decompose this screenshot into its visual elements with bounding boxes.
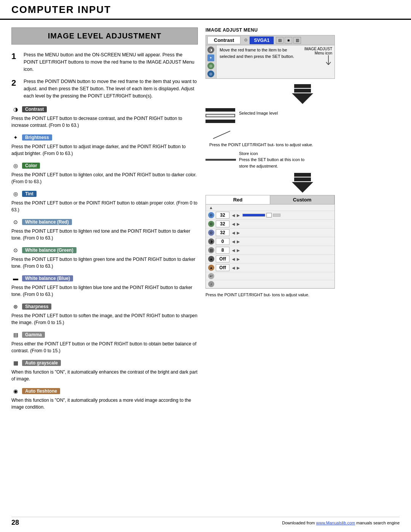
wb-red-icon: ⊙ xyxy=(11,218,20,226)
feature-tint: ◎ Tint Press the POINT LEFT button or th… xyxy=(11,190,198,213)
color-desc: Press the POINT LEFT button to lighten c… xyxy=(11,171,198,185)
level-bar-selected xyxy=(206,114,235,117)
menu-header-row: Contrast ⚙ SVGA1 ▤ ■ ▥ xyxy=(206,35,335,45)
arrow-bar-4 xyxy=(294,177,311,181)
bm-row-8: ↩ xyxy=(206,272,335,280)
menu-icon-arrow xyxy=(325,55,332,67)
menu-body: ◑ ✦ ◎ ◎ Move the red frame to the item t… xyxy=(206,45,335,78)
brightness-icon: ✦ xyxy=(11,133,20,142)
feature-contrast-label: ◑ Contrast xyxy=(11,105,198,113)
adjust-note-text: Press the POINT LEFT/RIGHT but- tons to … xyxy=(209,142,400,148)
menu-icon-3: ▥ xyxy=(293,37,301,44)
wb-red-desc: Press the POINT LEFT button to lighten r… xyxy=(11,228,198,241)
menu-contrast-cell: Contrast xyxy=(207,36,241,44)
menu-icon-2: ■ xyxy=(285,37,292,44)
feature-tint-label: ◎ Tint xyxy=(11,190,198,198)
bm-icon-1: ⊙ xyxy=(208,212,214,218)
menu-svga-cell: SVGA1 xyxy=(250,37,274,44)
bm-row-0: ▲ xyxy=(206,204,335,211)
page-number: 28 xyxy=(11,519,19,527)
arrow-triangle-1 xyxy=(292,93,313,104)
auto-fleshtone-desc: When this function is "ON", it automatic… xyxy=(11,397,198,411)
sharpness-icon: ⊛ xyxy=(11,302,20,311)
sharpness-badge: Sharpness xyxy=(22,304,51,310)
main-content: IMAGE LEVEL ADJUSTMENT 1 Press the MENU … xyxy=(0,24,411,419)
footer-link[interactable]: www.Manualslib.com xyxy=(316,521,355,525)
wb-green-desc: Press the POINT LEFT button to lighten g… xyxy=(11,256,198,270)
feature-wb-blue: ▬ White balance (Blue) Press the POINT L… xyxy=(11,274,198,298)
feature-wb-red-label: ⊙ White balance (Red) xyxy=(11,218,198,226)
feature-auto-grayscale-label: ▦ Auto grayscale xyxy=(11,359,198,367)
wb-blue-badge: White balance (Blue) xyxy=(22,275,73,281)
menu-icon-1: ▤ xyxy=(276,37,284,44)
step-1-text: Press the MENU button and the ON-SCREEN … xyxy=(24,51,198,73)
bm-arrow-4: ◄► xyxy=(231,239,241,244)
bottom-menu-red: Red xyxy=(206,195,270,204)
bm-icon-9: ♪ xyxy=(208,281,214,287)
gamma-icon: ▤ xyxy=(11,331,20,339)
feature-wb-red: ⊙ White balance (Red) Press the POINT LE… xyxy=(11,218,198,241)
bm-value-5: 8 xyxy=(216,247,229,254)
arrow-bar-1 xyxy=(294,84,311,88)
wb-blue-desc: Press the POINT LEFT button to lighten b… xyxy=(11,284,198,298)
bm-arrow-3: ◄► xyxy=(231,230,241,236)
bm-slider-end xyxy=(273,214,280,217)
bm-arrow-2: ◄► xyxy=(231,221,241,227)
feature-wb-blue-label: ▬ White balance (Blue) xyxy=(11,274,198,283)
bm-arrow-1: ◄► xyxy=(231,212,241,218)
sidebar-icon-4: ◎ xyxy=(207,70,214,77)
tint-badge: Tint xyxy=(22,191,37,197)
bm-icon-4: ◑ xyxy=(208,238,214,244)
menu-move-text: Move the red frame to the item to be sel… xyxy=(220,47,301,59)
bm-row-6: ▲ Off ◄► xyxy=(206,255,335,264)
bottom-menu-rows: ▲ ⊙ 32 ◄► ⊙ 32 ◄► xyxy=(206,204,335,288)
wb-green-badge: White balance (Green) xyxy=(22,247,76,253)
arrow-down-2 xyxy=(292,173,313,193)
feature-gamma: ▤ Gamma Press either the POINT LEFT butt… xyxy=(11,331,198,354)
feature-sharpness-label: ⊛ Sharpness xyxy=(11,302,198,311)
menu-icon-group: ▤ ■ ▥ xyxy=(276,37,301,44)
level-bar-1 xyxy=(206,108,235,112)
left-column: IMAGE LEVEL ADJUSTMENT 1 Press the MENU … xyxy=(11,27,198,415)
wb-red-badge: White balance (Red) xyxy=(22,219,72,225)
bm-row-2: ⊙ 32 ◄► xyxy=(206,220,335,228)
footer-suffix: manuals search engine xyxy=(355,521,400,525)
brightness-desc: Press the POINT LEFT button to adjust im… xyxy=(11,143,198,157)
auto-fleshtone-icon: ◉ xyxy=(11,387,20,395)
sidebar-icon-2: ✦ xyxy=(207,54,214,61)
bm-value-2: 32 xyxy=(216,220,229,227)
sidebar-icon-3: ◎ xyxy=(207,62,214,69)
bottom-menu-box: Red Custom ▲ ⊙ 32 ◄► xyxy=(206,195,335,289)
auto-grayscale-icon: ▦ xyxy=(11,359,20,367)
auto-fleshtone-badge: Auto fleshtone xyxy=(22,388,60,394)
contrast-icon: ◑ xyxy=(11,105,20,113)
bm-arrow-6: ◄► xyxy=(231,256,241,262)
tint-desc: Press the POINT LEFT button or the POINT… xyxy=(11,200,198,213)
arrow-down-1-container xyxy=(206,84,400,104)
feature-contrast: ◑ Contrast Press the POINT LEFT button t… xyxy=(11,105,198,129)
step-2-number: 2 xyxy=(11,78,20,99)
page-footer: 28 Downloaded from www.Manualslib.com ma… xyxy=(11,517,400,527)
feature-color: ◎ Color Press the POINT LEFT button to l… xyxy=(11,161,198,185)
store-horizontal-line xyxy=(206,159,236,161)
arrow-bar-2 xyxy=(294,89,311,93)
footer-download-text: Downloaded from xyxy=(282,521,316,525)
bm-value-6: Off xyxy=(216,256,229,262)
bm-up-arrow: ▲ xyxy=(209,205,213,210)
svg-line-1 xyxy=(326,62,328,65)
svg-line-2 xyxy=(328,62,331,65)
bottom-adjust-note: Press the POINT LEFT/RIGHT but- tons to … xyxy=(206,292,400,298)
bm-row-3: ⊙ 32 ◄► xyxy=(206,228,335,237)
bm-row-7: ▲ Off ◄► xyxy=(206,264,335,272)
bm-value-1: 32 xyxy=(216,212,229,219)
bm-value-7: Off xyxy=(216,264,229,271)
bm-icon-7: ▲ xyxy=(208,265,214,271)
feature-brightness-label: ✦ Brightness xyxy=(11,133,198,142)
gamma-badge: Gamma xyxy=(22,332,45,338)
bottom-menu-header: Red Custom xyxy=(206,195,335,204)
bm-row-1: ⊙ 32 ◄► xyxy=(206,211,335,220)
bottom-menu-custom: Custom xyxy=(270,195,335,204)
feature-color-label: ◎ Color xyxy=(11,161,198,170)
image-adjust-icon-label: IMAGE ADJUST Menu icon xyxy=(304,45,335,78)
feature-auto-fleshtone-label: ◉ Auto fleshtone xyxy=(11,387,198,395)
